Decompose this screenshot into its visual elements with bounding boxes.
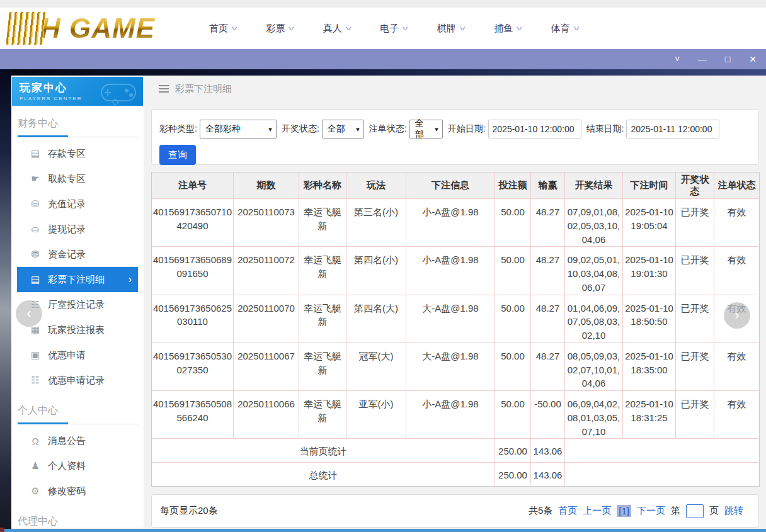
app-header: H GAME 首页˅彩票˅真人˅电子˅棋牌˅捕鱼˅体育˅: [0, 8, 766, 49]
nav-item-label: 体育: [551, 23, 570, 35]
sidebar-item-优惠申请[interactable]: ▣优惠申请: [17, 342, 138, 368]
bet-detail-table: 注单号期数彩种名称玩法下注信息投注额输赢开奖结果下注时间开奖状态注单状态 401…: [151, 172, 760, 487]
section-title-代理中心: 代理中心: [11, 504, 144, 528]
close-button[interactable]: ✕: [745, 52, 761, 67]
gear-icon: ⚙: [30, 485, 40, 497]
table-cell: 08,05,09,03,02,07,10,01,04,06: [565, 342, 623, 390]
lottery-type-select[interactable]: 全部彩种 ▾: [200, 120, 277, 139]
sidebar-item-label: 充值记录: [48, 198, 86, 210]
nav-item-棋牌[interactable]: 棋牌˅: [437, 23, 464, 35]
table-cell: 48.27: [531, 247, 565, 295]
table-cell: -50.00: [531, 391, 565, 439]
bottom-bar: [0, 529, 766, 532]
sidebar-item-资金记录[interactable]: ⛃资金记录: [17, 242, 138, 267]
chevron-right-icon: ›: [129, 274, 132, 285]
table-cell: 20250110067: [234, 342, 299, 390]
jump-suffix-label: 页: [709, 505, 719, 517]
filter-panel: 彩种类型: 全部彩种 ▾ 开奖状态: 全部 ▾ 注单状态: 全部 ▾ 开始日期:…: [151, 109, 759, 165]
table-cell: 第四名(大): [346, 295, 406, 342]
sidebar-item-彩票下注明细[interactable]: ▤彩票下注明细›: [17, 267, 138, 292]
nav-item-彩票[interactable]: 彩票˅: [266, 23, 293, 35]
summary-empty: [565, 463, 760, 487]
window-titlebar: ˅—□✕: [0, 49, 766, 69]
table-cell: 20250110066: [234, 391, 299, 439]
wallet-icon: ⛀: [30, 224, 40, 235]
summary-label: 总统计: [152, 463, 495, 487]
dark-band: [0, 69, 766, 76]
table-cell: 2025-01-10 18:31:25: [623, 391, 676, 439]
start-date-input[interactable]: [488, 120, 581, 139]
query-button[interactable]: 查询: [159, 145, 196, 165]
table-cell: 已开奖: [676, 247, 714, 295]
summary-win-total: 143.06: [531, 463, 565, 487]
draw-status-select[interactable]: 全部 ▾: [322, 120, 364, 139]
column-header-注单号: 注单号: [152, 173, 234, 199]
table-cell: 401569173650508566240: [152, 391, 234, 439]
order-status-select[interactable]: 全部 ▾: [409, 120, 443, 139]
sidebar-item-充值记录[interactable]: ⛁充值记录: [17, 191, 138, 217]
chevron-left-icon: ‹: [26, 305, 31, 322]
table-cell: 48.27: [531, 199, 565, 247]
sidebar-item-提现记录[interactable]: ⛀提现记录: [17, 217, 138, 242]
nav-item-首页[interactable]: 首页˅: [209, 23, 236, 35]
table-cell: 401569173650530027350: [152, 342, 234, 390]
panel-expand-button[interactable]: ›: [724, 302, 750, 329]
page-jump-input[interactable]: [686, 504, 704, 518]
sidebar-item-个人资料[interactable]: ♟个人资料: [17, 453, 138, 478]
sidebar-item-取款专区[interactable]: ☛取款专区: [17, 166, 138, 191]
column-header-投注额: 投注额: [495, 173, 531, 199]
maximize-button[interactable]: □: [719, 52, 736, 67]
table-row: 40156917365068909165020250110072幸运飞艇新第四名…: [152, 247, 760, 295]
table-cell: 大-A盘@1.98: [406, 295, 495, 342]
hh-game-logo[interactable]: H GAME: [8, 9, 155, 47]
first-page-link[interactable]: 首页: [558, 505, 577, 517]
table-cell: 50.00: [495, 295, 531, 342]
table-cell: 幸运飞艇新: [299, 247, 346, 295]
table-cell: 亚军(小): [346, 391, 406, 439]
sidebar-item-修改密码[interactable]: ⚙修改密码: [17, 478, 138, 504]
nav-item-label: 真人: [323, 23, 342, 35]
total-count: 共5条: [529, 505, 552, 517]
nav-item-电子[interactable]: 电子˅: [380, 23, 407, 35]
logo-stripes-icon: [6, 12, 45, 45]
main-content: 彩票下注明细 彩种类型: 全部彩种 ▾ 开奖状态: 全部 ▾ 注单状态: 全部 …: [151, 76, 759, 102]
column-header-输赢: 输赢: [531, 173, 565, 199]
draw-status-value: 全部: [328, 123, 345, 135]
table-cell: 幸运飞艇新: [299, 295, 346, 342]
sidebar-item-label: 修改密码: [48, 485, 86, 497]
end-date-input[interactable]: [626, 120, 719, 139]
sidebar-item-消息公告[interactable]: Ω消息公告: [17, 428, 138, 453]
table-cell: 小-A盘@1.98: [406, 199, 495, 247]
table-cell: 09,02,05,01,10,03,04,08,06,07: [565, 247, 623, 295]
column-header-注单状态: 注单状态: [714, 173, 760, 199]
gamepad-icon: [96, 78, 140, 106]
sidebar-item-存款专区[interactable]: ▤存款专区: [17, 141, 138, 166]
jump-button[interactable]: 跳转: [724, 505, 743, 517]
prev-page-link[interactable]: 上一页: [583, 505, 611, 517]
sidebar-item-优惠申请记录[interactable]: ☷优惠申请记录: [17, 368, 138, 393]
table-cell: 幸运飞艇新: [299, 391, 346, 439]
table-cell: 20250110072: [234, 247, 299, 295]
nav-item-体育[interactable]: 体育˅: [551, 23, 578, 35]
players-center-header: 玩家中心 PLAYERS CENTER: [12, 77, 143, 106]
table-cell: 06,09,04,02,08,01,03,05,07,10: [565, 391, 623, 439]
dropdown-button[interactable]: ˅: [669, 52, 685, 67]
minimize-button[interactable]: —: [694, 52, 711, 67]
nav-item-真人[interactable]: 真人˅: [323, 23, 350, 35]
table-cell: 401569173650625030110: [152, 295, 234, 342]
sidebar-item-label: 玩家投注报表: [48, 324, 105, 336]
sidebar-item-label: 提现记录: [48, 224, 86, 235]
minimize-icon: —: [698, 54, 707, 64]
select-caret-icon: ▾: [435, 125, 438, 133]
section-title-财务中心: 财务中心: [11, 106, 144, 135]
sidebar-collapse-button[interactable]: ‹: [16, 300, 42, 327]
table-cell: 有效: [714, 199, 760, 247]
next-page-link[interactable]: 下一页: [637, 505, 665, 517]
summary-row: 当前页统计250.00143.06: [152, 439, 760, 463]
sidebar-item-label: 取款专区: [48, 173, 86, 185]
chevron-right-icon: ›: [735, 307, 739, 324]
summary-empty: [565, 439, 760, 463]
nav-item-捕鱼[interactable]: 捕鱼˅: [494, 23, 521, 35]
chevron-down-icon: ˅: [403, 25, 409, 32]
hamburger-icon[interactable]: [159, 85, 169, 93]
